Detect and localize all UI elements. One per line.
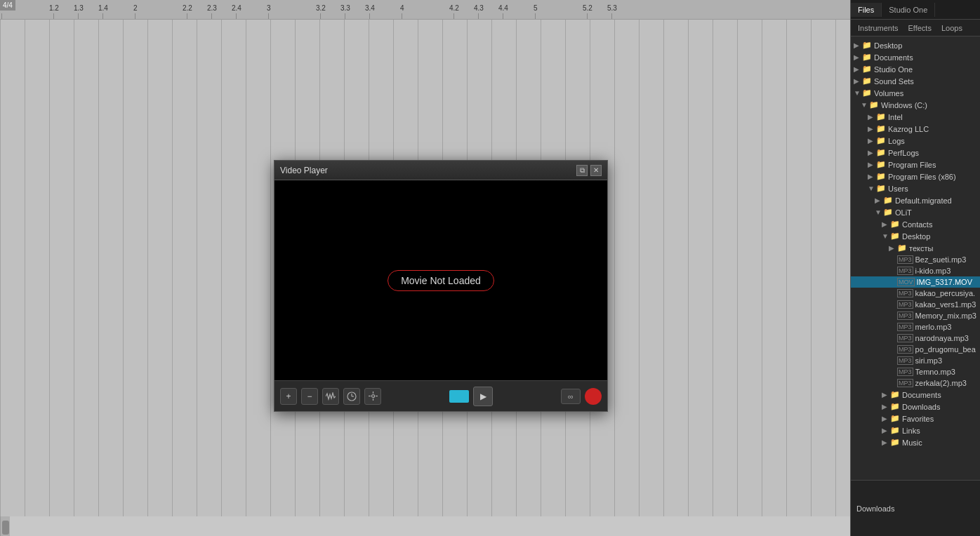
tree-arrow: ▶ — [868, 149, 875, 156]
tree-item[interactable]: ▶ 📁 тексты — [851, 242, 980, 254]
downloads-label: Downloads — [856, 504, 894, 513]
right-bottom-section: Downloads — [851, 480, 980, 536]
subtab-effects[interactable]: Effects — [903, 22, 935, 34]
tree-item[interactable]: ▶ MP3 zerkala(2).mp3 — [851, 377, 980, 389]
tree-item[interactable]: ▼ 📁 Users — [851, 182, 980, 194]
settings-button[interactable] — [364, 388, 381, 405]
tree-item[interactable]: ▶ 📁 Kazrog LLC — [851, 123, 980, 135]
tree-item[interactable]: ▶ 📁 Music — [851, 436, 980, 448]
tree-item[interactable]: ▶ 📁 Intel — [851, 111, 980, 123]
ruler-tick: 5.3 — [607, 4, 617, 19]
tree-item[interactable]: ▶ 📁 Downloads — [851, 401, 980, 413]
tree-item-label: Volumes — [874, 89, 903, 98]
main-scrollbar[interactable] — [0, 516, 10, 536]
tree-arrow: ▶ — [882, 438, 889, 446]
video-titlebar: Video Player ⧉ ✕ — [274, 161, 607, 180]
tree-arrow: ▶ — [875, 196, 882, 204]
video-maximize-button[interactable]: ⧉ — [576, 165, 588, 176]
video-controls: + − — [274, 380, 607, 411]
tree-item[interactable]: ▶ MP3 Bez_sueti.mp3 — [851, 254, 980, 265]
ruler-tick: 1.4 — [98, 4, 108, 19]
tree-item[interactable]: ▶ 📁 Sound Sets — [851, 75, 980, 87]
tree-item[interactable]: ▶ MP3 siri.mp3 — [851, 355, 980, 366]
grid-line — [25, 20, 25, 516]
tree-item[interactable]: ▶ 📁 Studio One — [851, 63, 980, 75]
tree-item[interactable]: ▶ 📁 Program Files — [851, 159, 980, 170]
file-icon: MP3 — [897, 345, 913, 354]
tree-item[interactable]: ▶ MOV IMG_5317.MOV — [851, 276, 980, 288]
ruler-tick: 5 — [534, 4, 538, 19]
tree-item[interactable]: ▶ MP3 kakao_percusiya. — [851, 288, 980, 299]
tree-item-label: Desktop — [874, 41, 902, 50]
tree-item[interactable]: ▶ 📁 Desktop — [851, 39, 980, 51]
main-area: 4/4 11.21.31.422.22.32.433.23.33.444.24.… — [0, 0, 850, 536]
folder-icon: 📁 — [876, 136, 886, 145]
tree-item[interactable]: ▶ MP3 Temno.mp3 — [851, 366, 980, 377]
folder-icon: 📁 — [890, 402, 900, 411]
folder-icon: 📁 — [876, 148, 886, 157]
ruler-marks: 11.21.31.422.22.32.433.23.33.444.24.34.4… — [0, 0, 850, 19]
tree-item[interactable]: ▶ 📁 Links — [851, 424, 980, 436]
subtab-instruments[interactable]: Instruments — [854, 22, 902, 34]
tree-arrow: ▼ — [868, 185, 875, 192]
tree-item[interactable]: ▶ MP3 narodnaya.mp3 — [851, 333, 980, 344]
tree-item-label: Program Files (x86) — [888, 173, 956, 181]
tree-item[interactable]: ▶ 📁 Contacts — [851, 218, 980, 230]
waveform-button[interactable] — [322, 388, 339, 405]
tree-item[interactable]: ▼ 📁 Volumes — [851, 87, 980, 99]
file-icon: MP3 — [897, 334, 913, 342]
tree-item[interactable]: ▼ 📁 Desktop — [851, 230, 980, 242]
tree-item-label: kakao_vers1.mp3 — [915, 300, 976, 309]
grid-line — [221, 20, 222, 516]
tree-item[interactable]: ▼ 📁 OLiT — [851, 206, 980, 218]
tree-arrow: ▼ — [854, 89, 861, 97]
tree-item[interactable]: ▶ 📁 Favorites — [851, 413, 980, 424]
right-tab-studio-one[interactable]: Studio One — [882, 3, 935, 17]
tree-item[interactable]: ▶ 📁 Default.migrated — [851, 194, 980, 206]
tree-arrow: ▶ — [868, 137, 875, 145]
file-icon: MP3 — [897, 323, 913, 331]
tree-item[interactable]: ▶ 📁 Documents — [851, 389, 980, 401]
position-indicator: 4/4 — [0, 0, 15, 11]
folder-icon: 📁 — [890, 426, 900, 435]
ruler-tick: 2.4 — [232, 4, 241, 19]
ruler-tick: 4.4 — [498, 4, 508, 19]
ruler-tick: 1.2 — [49, 4, 59, 19]
loop-button[interactable]: ∞ — [561, 389, 581, 404]
folder-icon: 📁 — [862, 53, 872, 62]
tree-item[interactable]: ▶ MP3 i-kido.mp3 — [851, 265, 980, 276]
tree-arrow: ▶ — [889, 244, 896, 252]
tree-item[interactable]: ▶ MP3 merlo.mp3 — [851, 321, 980, 333]
ruler-tick: 4.3 — [474, 4, 484, 19]
tree-item-label: Logs — [888, 137, 905, 145]
svg-point-3 — [371, 395, 374, 398]
clock-button[interactable] — [343, 388, 360, 405]
tree-arrow: ▶ — [882, 391, 889, 398]
tree-item[interactable]: ▼ 📁 Windows (C:) — [851, 99, 980, 111]
right-panel-tabs: FilesStudio One — [851, 0, 980, 20]
scrollbar-thumb[interactable] — [2, 521, 9, 535]
tree-item[interactable]: ▶ MP3 Memory_mix.mp3 — [851, 310, 980, 321]
right-tab-files[interactable]: Files — [851, 3, 882, 17]
subtab-loops[interactable]: Loops — [937, 22, 967, 34]
zoom-out-button[interactable]: − — [301, 388, 318, 405]
folder-icon: 📁 — [862, 41, 872, 50]
folder-icon: 📁 — [876, 124, 886, 133]
ruler: 4/4 11.21.31.422.22.32.433.23.33.444.24.… — [0, 0, 850, 20]
tree-item-label: Temno.mp3 — [915, 368, 955, 376]
tree-item[interactable]: ▶ 📁 Logs — [851, 135, 980, 147]
tree-item[interactable]: ▶ 📁 Documents — [851, 51, 980, 63]
tree-item[interactable]: ▶ 📁 Program Files (x86) — [851, 170, 980, 182]
record-button[interactable] — [585, 388, 602, 405]
zoom-in-button[interactable]: + — [280, 388, 297, 405]
file-tree[interactable]: ▶ 📁 Desktop ▶ 📁 Documents ▶ 📁 Studio One… — [851, 36, 980, 480]
tree-item-label: Downloads — [902, 403, 940, 411]
play-button[interactable]: ▶ — [473, 387, 493, 406]
tree-item[interactable]: ▶ MP3 po_drugomu_bea — [851, 344, 980, 355]
ruler-tick: 5.2 — [583, 4, 592, 19]
folder-icon: 📁 — [890, 390, 900, 399]
tree-item[interactable]: ▶ MP3 kakao_vers1.mp3 — [851, 299, 980, 310]
video-close-button[interactable]: ✕ — [590, 165, 602, 176]
folder-icon: 📁 — [890, 438, 900, 447]
tree-item[interactable]: ▶ 📁 PerfLogs — [851, 147, 980, 159]
